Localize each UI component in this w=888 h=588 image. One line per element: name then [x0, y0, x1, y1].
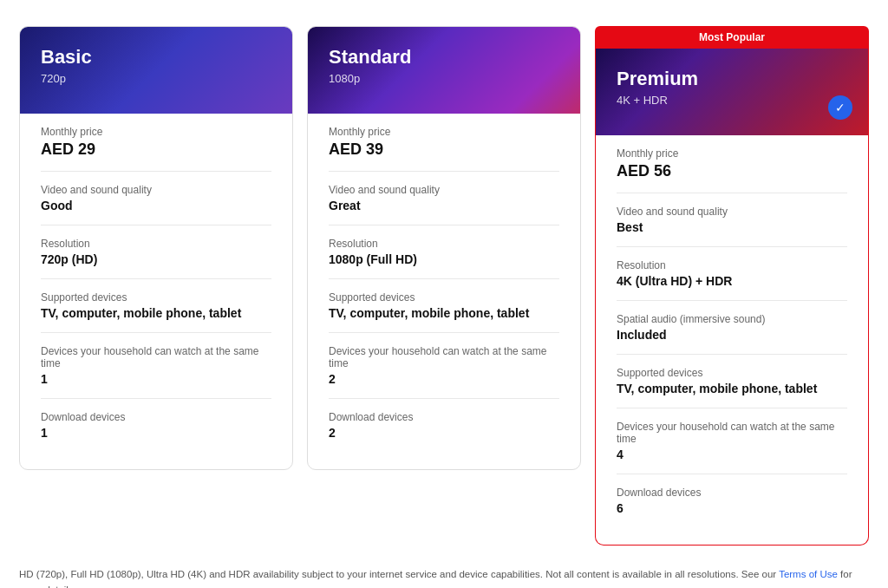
devices-row: Supported devices TV, computer, mobile p… [617, 355, 847, 408]
devices-value: TV, computer, mobile phone, tablet [41, 306, 271, 320]
price-row: Monthly price AED 29 [41, 114, 271, 172]
card-inner: Premium 4K + HDR ✓ Monthly price AED 56 … [595, 49, 869, 546]
card-header: Premium 4K + HDR ✓ [596, 49, 868, 135]
devices-label: Supported devices [41, 291, 271, 304]
card-body: Monthly price AED 39 Video and sound qua… [308, 114, 580, 469]
quality-label: Video and sound quality [41, 184, 271, 196]
quality-value: Great [329, 199, 559, 212]
price-row: Monthly price AED 56 [617, 135, 847, 193]
price-label: Monthly price [329, 126, 559, 138]
price-row: Monthly price AED 39 [329, 114, 559, 172]
card-body: Monthly price AED 29 Video and sound qua… [20, 114, 292, 469]
card-header: Standard 1080p [308, 27, 580, 114]
quality-row: Video and sound quality Best [617, 193, 847, 247]
download-row: Download devices 2 [329, 399, 559, 452]
simultaneous-value: 2 [329, 372, 559, 386]
card-header: Basic 720p [20, 27, 292, 114]
quality-value: Best [617, 220, 847, 234]
devices-value: TV, computer, mobile phone, tablet [617, 382, 847, 395]
price-value: AED 56 [617, 162, 847, 180]
simultaneous-value: 4 [617, 448, 847, 461]
simultaneous-label: Devices your household can watch at the … [329, 345, 559, 369]
quality-row: Video and sound quality Good [41, 172, 271, 225]
download-value: 1 [41, 426, 271, 440]
devices-label: Supported devices [329, 291, 559, 304]
devices-value: TV, computer, mobile phone, tablet [329, 306, 559, 320]
simultaneous-row: Devices your household can watch at the … [41, 333, 271, 399]
price-value: AED 29 [41, 140, 271, 159]
plan-card-basic[interactable]: Basic 720p Monthly price AED 29 Video an… [19, 26, 293, 470]
check-badge: ✓ [828, 95, 852, 120]
resolution-row: Resolution 720p (HD) [41, 225, 271, 279]
spatial-audio-row: Spatial audio (immersive sound) Included [617, 301, 847, 355]
spatial-audio-label: Spatial audio (immersive sound) [617, 313, 847, 325]
price-label: Monthly price [41, 126, 271, 138]
spatial-audio-value: Included [617, 328, 847, 342]
simultaneous-row: Devices your household can watch at the … [329, 333, 559, 399]
simultaneous-row: Devices your household can watch at the … [617, 408, 847, 474]
download-label: Download devices [41, 411, 271, 423]
resolution-label: Resolution [41, 238, 271, 250]
card-body: Monthly price AED 56 Video and sound qua… [596, 135, 868, 545]
devices-row: Supported devices TV, computer, mobile p… [41, 279, 271, 333]
price-value: AED 39 [329, 140, 559, 159]
most-popular-badge: Most Popular [595, 26, 869, 49]
price-label: Monthly price [617, 147, 847, 160]
resolution-value: 720p (HD) [41, 252, 271, 266]
quality-row: Video and sound quality Great [329, 172, 559, 225]
quality-value: Good [41, 199, 271, 212]
plan-name: Standard [329, 46, 559, 69]
footer-line-1: HD (720p), Full HD (1080p), Ultra HD (4K… [19, 566, 869, 588]
plan-name: Basic [41, 46, 271, 69]
footer-text-1: HD (720p), Full HD (1080p), Ultra HD (4K… [19, 569, 776, 579]
resolution-label: Resolution [617, 259, 847, 271]
resolution-value: 4K (Ultra HD) + HDR [617, 274, 847, 288]
download-row: Download devices 1 [41, 399, 271, 452]
plan-resolution-label: 1080p [329, 72, 559, 85]
footer: HD (720p), Full HD (1080p), Ultra HD (4K… [19, 566, 869, 588]
card-inner: Standard 1080p Monthly price AED 39 Vide… [307, 26, 581, 470]
plan-card-standard[interactable]: Standard 1080p Monthly price AED 39 Vide… [307, 26, 581, 470]
plan-name: Premium [617, 68, 847, 90]
terms-link[interactable]: Terms of Use [779, 569, 838, 579]
devices-row: Supported devices TV, computer, mobile p… [329, 279, 559, 333]
devices-label: Supported devices [617, 367, 847, 379]
download-value: 2 [329, 426, 559, 440]
quality-label: Video and sound quality [617, 206, 847, 218]
plan-resolution-label: 4K + HDR [617, 94, 847, 107]
plan-resolution-label: 720p [41, 72, 271, 85]
resolution-row: Resolution 4K (Ultra HD) + HDR [617, 247, 847, 301]
simultaneous-value: 1 [41, 372, 271, 386]
simultaneous-label: Devices your household can watch at the … [617, 421, 847, 445]
download-label: Download devices [617, 487, 847, 499]
card-inner: Basic 720p Monthly price AED 29 Video an… [19, 26, 293, 470]
download-value: 6 [617, 501, 847, 515]
resolution-value: 1080p (Full HD) [329, 252, 559, 266]
quality-label: Video and sound quality [329, 184, 559, 196]
plans-container: Basic 720p Monthly price AED 29 Video an… [19, 26, 869, 546]
simultaneous-label: Devices your household can watch at the … [41, 345, 271, 369]
resolution-label: Resolution [329, 238, 559, 250]
download-row: Download devices 6 [617, 474, 847, 527]
download-label: Download devices [329, 411, 559, 423]
plan-card-premium[interactable]: Most Popular Premium 4K + HDR ✓ Monthly … [595, 26, 869, 546]
resolution-row: Resolution 1080p (Full HD) [329, 225, 559, 279]
